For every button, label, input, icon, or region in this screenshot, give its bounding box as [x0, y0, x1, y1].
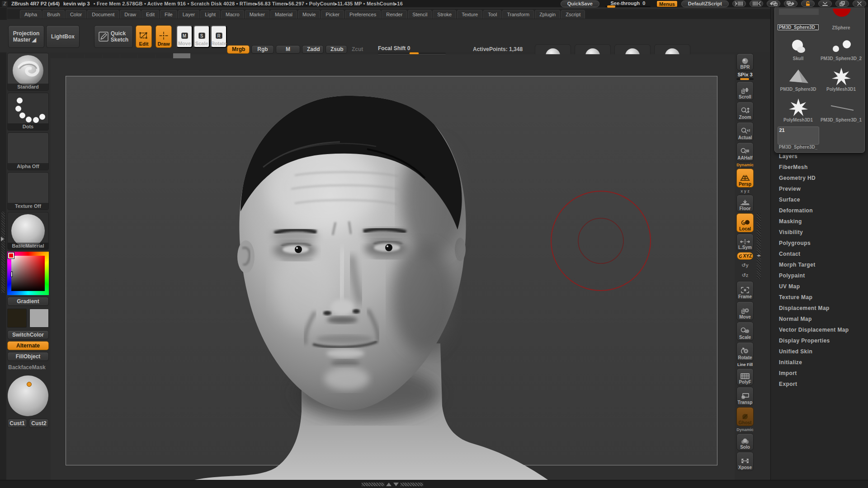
left-tray-divider[interactable] [0, 52, 6, 480]
menu-item[interactable]: Zplugin [535, 10, 560, 19]
menu-item[interactable]: Texture [457, 10, 482, 19]
ghost-button[interactable]: Ghost [736, 407, 754, 426]
menu-item[interactable]: Color [66, 10, 86, 19]
restore-button[interactable] [835, 0, 849, 7]
fill-object-button[interactable]: FillObject [7, 352, 49, 361]
tool-item[interactable]: 21 PM3D_Sphere3D_ [777, 123, 819, 150]
menu-item[interactable]: Document [87, 10, 119, 19]
rotate-mode-button[interactable]: R Rotate [211, 25, 227, 48]
scrub-right-button[interactable] [750, 0, 763, 7]
subpalette-item[interactable]: UV Map [779, 281, 849, 292]
tool-item[interactable]: ZSphere [820, 9, 862, 30]
menu-item[interactable]: Render [382, 10, 407, 19]
menu-item[interactable]: Macro [221, 10, 244, 19]
menu-item[interactable]: Stroke [433, 10, 456, 19]
menu-item[interactable]: Alpha [20, 10, 42, 19]
line-fill-toggle[interactable]: Line Fill [737, 362, 753, 367]
subpalette-item[interactable]: Export [779, 379, 849, 389]
menu-item[interactable]: Stencil [408, 10, 432, 19]
bottom-tray-handle[interactable] [362, 483, 423, 486]
material-preview-sphere[interactable] [8, 375, 48, 416]
main-color-swatch[interactable] [7, 309, 27, 328]
menu-item[interactable]: Movie [298, 10, 320, 19]
tool-item[interactable]: PolyMesh3D1 [777, 93, 819, 122]
cust1-button[interactable]: Cust1 [7, 419, 27, 428]
scrub-left-button[interactable] [732, 0, 746, 7]
tool-item[interactable]: PM3D_Sphere3D_ [777, 9, 819, 30]
subpalette-item[interactable]: Contact [779, 249, 849, 259]
lsym-button[interactable]: L.Sym [736, 234, 754, 251]
spix-handle[interactable] [740, 78, 749, 80]
lock-button[interactable] [801, 0, 815, 7]
edit-mode-button[interactable]: Edit [136, 25, 152, 48]
quick-sketch-button[interactable]: QuickSketch [94, 25, 133, 48]
menu-item[interactable]: Material [270, 10, 297, 19]
menu-item[interactable]: Light [200, 10, 220, 19]
zadd-button[interactable]: Zadd [302, 45, 324, 54]
menu-item[interactable]: Tool [483, 10, 501, 19]
left-divider-arrow-icon[interactable] [1, 237, 4, 241]
left-divider-grip[interactable] [1, 211, 5, 293]
light-position-dot[interactable] [27, 382, 32, 387]
spix-slider[interactable]: SPix 3 [736, 72, 754, 80]
scroll-button[interactable]: Scroll [736, 81, 754, 100]
tool-item[interactable]: PM3D_Sphere3D_2 [820, 31, 862, 61]
loop-y-toggle[interactable]: ↺y [741, 261, 748, 270]
dynamic-persp-toggle[interactable]: Dynamic [736, 163, 754, 167]
move-mode-button[interactable]: M Move [176, 25, 193, 48]
alternate-button[interactable]: Alternate [7, 341, 49, 350]
xyz-button[interactable]: XYZ [737, 252, 753, 260]
subpalette-item[interactable]: Initialize [779, 357, 849, 368]
zoom-button[interactable]: Zoom [736, 102, 754, 121]
default-zscript-button[interactable]: DefaultZScript [681, 0, 729, 7]
scale-view-button[interactable]: Scale [736, 322, 754, 341]
subpalette-item[interactable]: Polygroups [779, 238, 849, 249]
subpalette-item[interactable]: Morph Target [779, 259, 849, 270]
subpalette-item[interactable]: Unified Skin [779, 346, 849, 357]
current-alpha-thumbnail[interactable]: Alpha Off [7, 132, 49, 170]
next-document-button[interactable] [784, 0, 797, 7]
menu-item[interactable]: Brush [42, 10, 65, 19]
menu-item[interactable]: Marker [245, 10, 269, 19]
current-texture-thumbnail[interactable]: Texture Off [7, 172, 49, 210]
see-through-slider[interactable]: See-through 0 [603, 0, 653, 7]
right-divider-grip[interactable] [757, 213, 761, 279]
menu-item[interactable]: Transform [502, 10, 534, 19]
subpalette-item[interactable]: FiberMesh [779, 162, 849, 173]
backface-mask-button[interactable]: BackfaceMask [7, 363, 49, 372]
rotate-view-button[interactable]: Rotate [736, 342, 754, 361]
mrgb-button[interactable]: Mrgb [227, 45, 250, 54]
current-brush-thumbnail[interactable]: Standard [7, 53, 49, 91]
minimize-button[interactable] [818, 0, 832, 7]
see-through-handle[interactable] [607, 5, 615, 8]
color-picker[interactable] [7, 252, 49, 295]
subpalette-item[interactable]: Normal Map [779, 314, 849, 324]
sculpt-viewport[interactable] [51, 54, 735, 480]
tray-open-arrow-icon[interactable] [386, 483, 392, 486]
quicksave-button[interactable]: QuickSave [561, 0, 599, 7]
tray-grip-left[interactable] [362, 483, 384, 486]
saturation-value-square[interactable] [11, 256, 45, 291]
menus-toggle-button[interactable]: Menus [656, 0, 678, 7]
subpalette-item[interactable]: Preview [779, 183, 849, 194]
prev-document-button[interactable] [767, 0, 780, 7]
loop-z-toggle[interactable]: ↺z [742, 271, 749, 280]
move-view-button[interactable]: Move [736, 301, 754, 320]
persp-button[interactable]: Persp [736, 169, 754, 188]
floor-axis-toggles[interactable]: x y z [741, 189, 750, 193]
tool-item[interactable]: PM3D_Sphere3D [777, 62, 819, 92]
tool-item[interactable]: PM3D_Sphere3D_1 [820, 93, 862, 122]
current-stroke-thumbnail[interactable]: Dots [7, 93, 49, 131]
active-segment[interactable] [173, 53, 190, 58]
switch-color-button[interactable]: SwitchColor [7, 330, 49, 339]
draw-mode-button[interactable]: Draw [156, 25, 172, 48]
scale-mode-button[interactable]: S Scale [193, 25, 210, 48]
secondary-color-swatch[interactable] [29, 309, 49, 328]
subpalette-item[interactable]: Display Properties [779, 335, 849, 346]
aahalf-button[interactable]: AAHalf [736, 142, 754, 161]
tool-item[interactable]: PolyMesh3D1 [820, 62, 862, 92]
transparency-button[interactable]: Transp [736, 387, 754, 406]
zsub-button[interactable]: Zsub [326, 45, 347, 54]
right-divider-arrows-icon[interactable]: ◂▸ [757, 253, 761, 258]
subpalette-item[interactable]: Displacement Map [779, 303, 849, 314]
